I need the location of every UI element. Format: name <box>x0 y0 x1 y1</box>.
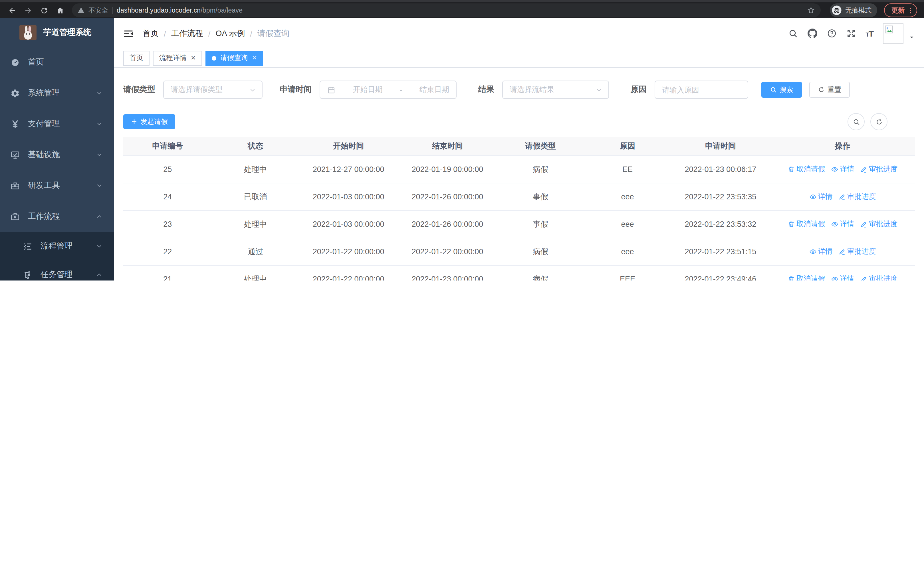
main-area: 首页/工作流程/OA 示例/请假查询 TT 首页流程详情✕请假查询✕ <box>114 18 924 281</box>
progress-action-link[interactable]: 审批进度 <box>838 247 876 256</box>
app-header: 首页/工作流程/OA 示例/请假查询 TT <box>114 18 924 48</box>
progress-action-link[interactable]: 审批进度 <box>838 192 876 202</box>
cancel-action-link[interactable]: 取消请假 <box>787 219 825 229</box>
search-button[interactable]: 搜索 <box>761 82 802 98</box>
tab-leave-query[interactable]: 请假查询✕ <box>206 51 263 65</box>
table-row: 22通过2022-01-22 00:00:002022-01-22 00:00:… <box>123 238 915 265</box>
cell-reason: eee <box>584 238 671 265</box>
breadcrumb-item[interactable]: 首页 <box>142 28 159 39</box>
create-leave-button[interactable]: 发起请假 <box>123 114 175 129</box>
broken-image-icon <box>885 25 893 33</box>
cell-end: 2022-01-23 00:00:00 <box>398 265 497 281</box>
table-search-toggle-button[interactable] <box>848 113 865 130</box>
github-icon[interactable] <box>807 29 817 38</box>
leave-type-select[interactable]: 请选择请假类型 <box>163 81 262 99</box>
breadcrumb-item[interactable]: 工作流程 <box>171 28 203 39</box>
font-size-icon[interactable]: TT <box>866 29 873 38</box>
toolbar-row: 发起请假 <box>123 113 915 130</box>
progress-action-link[interactable]: 审批进度 <box>860 219 897 229</box>
toolbox-icon <box>10 181 20 191</box>
plus-icon <box>131 118 138 125</box>
breadcrumb-item: 请假查询 <box>257 28 290 39</box>
bookmark-star-icon[interactable] <box>807 6 815 14</box>
sidebar-item-label: 系统管理 <box>28 88 60 98</box>
search-icon <box>852 118 860 125</box>
reason-input[interactable] <box>655 81 748 98</box>
sidebar-item-label: 研发工具 <box>28 180 60 191</box>
content: 请假类型 请选择请假类型 申请时间 开始日期 - 结束日期 结果 请选择流结果 <box>114 68 924 281</box>
avatar[interactable] <box>883 23 903 44</box>
browser-reload-button[interactable] <box>36 3 51 17</box>
refresh-icon <box>818 86 825 93</box>
fullscreen-icon[interactable] <box>846 29 856 38</box>
cell-actions: 取消请假详情审批进度 <box>770 211 915 238</box>
chevron-down-icon <box>96 90 103 96</box>
progress-action-link[interactable]: 审批进度 <box>860 164 897 174</box>
sidebar-item-label: 支付管理 <box>28 119 60 129</box>
cell-apply_time: 2022-01-22 23:53:32 <box>671 211 770 238</box>
detail-action-link[interactable]: 详情 <box>809 192 832 202</box>
chevron-up-icon <box>96 271 103 278</box>
apply-time-range-picker[interactable]: 开始日期 - 结束日期 <box>320 81 457 99</box>
sidebar-item-process-mgmt[interactable]: 流程管理 <box>0 232 114 260</box>
table-refresh-button[interactable] <box>870 113 888 130</box>
cancel-action-link[interactable]: 取消请假 <box>787 164 825 174</box>
browser-back-button[interactable] <box>4 3 20 17</box>
detail-action-link[interactable]: 详情 <box>809 247 832 256</box>
tab-process-detail[interactable]: 流程详情✕ <box>153 51 202 65</box>
sidebar-item-infrastructure[interactable]: 基础设施 <box>0 139 114 170</box>
browser-home-button[interactable] <box>52 3 68 17</box>
result-select[interactable]: 请选择流结果 <box>502 81 609 99</box>
reset-button[interactable]: 重置 <box>809 82 850 98</box>
breadcrumb-separator: / <box>164 29 166 38</box>
table-tools <box>848 113 888 130</box>
tab-home[interactable]: 首页 <box>123 51 150 65</box>
sidebar-item-system-mgmt[interactable]: 系统管理 <box>0 78 114 108</box>
tab-label: 首页 <box>129 53 143 63</box>
update-label: 更新 <box>891 6 904 15</box>
sidebar-item-payment-mgmt[interactable]: 支付管理 <box>0 108 114 139</box>
sidebar-item-dev-tools[interactable]: 研发工具 <box>0 170 114 201</box>
tab-label: 请假查询 <box>220 53 248 63</box>
app-logo <box>20 25 36 40</box>
cell-actions: 详情审批进度 <box>770 238 915 265</box>
incognito-label: 无痕模式 <box>845 6 872 15</box>
chevron-up-icon <box>96 213 103 220</box>
browser-forward-button[interactable] <box>21 3 35 17</box>
tab-label: 流程详情 <box>159 53 187 63</box>
sidebar-collapse-icon[interactable] <box>123 28 134 39</box>
incognito-icon <box>831 5 842 15</box>
sidebar-item-workflow[interactable]: 工作流程 <box>0 201 114 232</box>
table-row: 23处理中2022-01-03 00:00:002022-01-26 00:00… <box>123 211 915 238</box>
back-arrow-icon <box>8 6 16 15</box>
help-icon[interactable] <box>827 29 836 38</box>
header-actions: TT <box>788 23 915 44</box>
address-bar[interactable]: 不安全 dashboard.yudao.iocoder.cn/bpm/oa/le… <box>72 3 821 17</box>
kebab-menu-icon[interactable] <box>907 7 914 14</box>
detail-action-link[interactable]: 详情 <box>831 164 854 174</box>
browser-update-button[interactable]: 更新 <box>884 3 917 17</box>
cancel-action-link[interactable]: 取消请假 <box>787 274 825 281</box>
refresh-icon <box>875 118 883 125</box>
breadcrumb-item[interactable]: OA 示例 <box>216 28 245 39</box>
cell-id: 25 <box>123 156 212 183</box>
column-header: 结束时间 <box>398 137 497 156</box>
sidebar-item-label: 流程管理 <box>40 241 72 251</box>
tab-close-icon[interactable]: ✕ <box>190 55 196 61</box>
progress-action-link[interactable]: 审批进度 <box>860 274 897 281</box>
browser-toolbar: 不安全 dashboard.yudao.iocoder.cn/bpm/oa/le… <box>0 0 924 18</box>
cell-type: 病假 <box>497 265 584 281</box>
yen-icon <box>10 119 20 129</box>
cell-id: 22 <box>123 238 212 265</box>
reason-label: 原因 <box>631 84 646 95</box>
tab-close-icon[interactable]: ✕ <box>252 55 257 61</box>
trash-icon <box>787 165 795 173</box>
search-icon[interactable] <box>788 29 798 38</box>
detail-action-link[interactable]: 详情 <box>831 219 854 229</box>
sidebar-item-home[interactable]: 首页 <box>0 47 114 78</box>
sidebar-item-task-mgmt[interactable]: 任务管理 <box>0 260 114 281</box>
detail-action-link[interactable]: 详情 <box>831 274 854 281</box>
pen-icon <box>860 220 867 228</box>
cell-apply_time: 2022-01-22 23:53:35 <box>671 183 770 211</box>
avatar-caret-icon[interactable] <box>909 34 915 41</box>
